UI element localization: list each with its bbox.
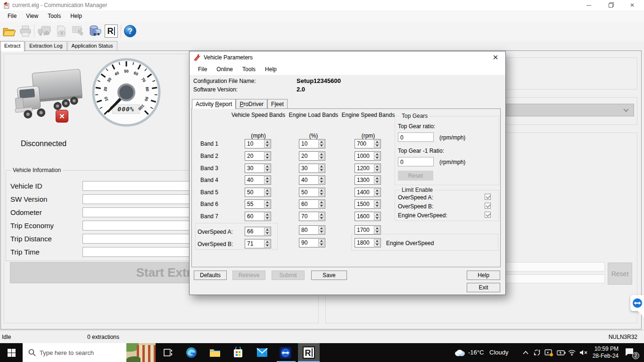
store-button[interactable] [232, 343, 244, 362]
band1-rpm-spinner[interactable]: 700 [355, 139, 381, 148]
band3-mph-spinner[interactable]: 30 [245, 164, 271, 173]
top-gear-ratio-field[interactable]: 0 [398, 132, 434, 142]
band5-mph-spinner[interactable]: 50 [245, 188, 271, 197]
register-tool-button[interactable]: R [105, 25, 118, 38]
tab-fleet[interactable]: Fleet [267, 99, 288, 108]
dialog-menu-online[interactable]: Online [212, 64, 238, 74]
limit-overspeed-b-checkbox[interactable] [485, 203, 491, 209]
menu-tools[interactable]: Tools [43, 11, 66, 21]
top-gear-ratio-label: Top Gear ratio: [398, 123, 435, 130]
weather-icon[interactable] [453, 343, 467, 362]
edge-taskbar-button[interactable] [186, 343, 197, 362]
tab-extraction-log[interactable]: Extraction Log [25, 41, 66, 51]
tab-extract[interactable]: Extract [0, 41, 25, 51]
dialog-help-button[interactable]: Help [467, 271, 500, 280]
start-button[interactable] [0, 343, 23, 362]
extract-data-button[interactable] [88, 24, 103, 39]
exit-button[interactable]: Exit [467, 283, 500, 292]
dialog-menu-tools[interactable]: Tools [238, 64, 260, 74]
reset-button[interactable]: Reset [608, 263, 632, 285]
band1-load-spinner[interactable]: 10 [299, 139, 325, 148]
status-extractions: 0 extractions [87, 334, 119, 340]
band2-load-spinner[interactable]: 20 [299, 151, 325, 161]
tray-battery-button[interactable] [555, 343, 567, 362]
sw-version-dialog-value: 2.0 [297, 86, 305, 93]
menu-view[interactable]: View [21, 11, 43, 21]
minimize-button[interactable] [578, 0, 600, 10]
load-band8-spinner[interactable]: 80 [299, 225, 325, 235]
band6-mph-spinner[interactable]: 55 [245, 199, 271, 209]
dialog-close-button[interactable]: ✕ [489, 52, 502, 63]
band2-mph-spinner[interactable]: 20 [245, 151, 271, 161]
tray-expand-button[interactable] [520, 343, 531, 362]
load-band9-spinner[interactable]: 90 [299, 238, 325, 247]
communication-manager-taskbar-button[interactable]: R [298, 343, 320, 362]
band3-rpm-spinner[interactable]: 1200 [355, 164, 381, 173]
notification-center-button[interactable]: 2 [622, 343, 638, 362]
band7-rpm-spinner[interactable]: 1600 [355, 212, 381, 221]
tray-wifi-button[interactable] [567, 343, 577, 362]
search-daily-image[interactable] [126, 343, 156, 362]
close-button[interactable]: ✕ [621, 0, 643, 10]
top-gear-1-ratio-field[interactable]: 0 [398, 157, 434, 166]
band7-load-spinner[interactable]: 70 [299, 212, 325, 221]
overspeed-b-spinner[interactable]: 71 [245, 239, 271, 248]
dialog-menu-help[interactable]: Help [260, 64, 281, 74]
table-tools-button[interactable] [71, 24, 86, 39]
retrieve-button[interactable]: Retrieve [232, 271, 265, 280]
rpm-band8-spinner[interactable]: 1700 [355, 225, 381, 235]
clock-date: 28-Feb-24 [587, 353, 619, 360]
weather-condition[interactable]: Cloudy [489, 349, 508, 356]
restore-button[interactable] [600, 0, 621, 10]
app-icon [3, 1, 10, 9]
tray-cast-button[interactable] [532, 343, 542, 362]
band4-mph-spinner[interactable]: 40 [245, 175, 271, 185]
top-gears-reset-button[interactable]: Reset [398, 171, 433, 181]
taskbar-clock[interactable]: 10:59 PM 28-Feb-24 [587, 346, 619, 360]
open-folder-button[interactable] [2, 24, 17, 39]
task-view-button[interactable] [160, 343, 176, 362]
band7-mph-spinner[interactable]: 60 [245, 212, 271, 221]
report-preview-button[interactable] [54, 24, 69, 39]
print-button[interactable] [18, 24, 33, 39]
submit-button[interactable]: Submit [272, 271, 305, 280]
engine-overspeed-spinner[interactable]: 1800 [355, 238, 381, 247]
teamviewer-popup[interactable] [630, 295, 644, 311]
band4-rpm-spinner[interactable]: 1300 [355, 175, 381, 185]
app-titlebar: current.elg - Communication Manager ✕ [0, 0, 644, 10]
tab-activity-report[interactable]: Activity Report [192, 99, 236, 109]
overspeed-b-label: OverSpeed B: [198, 241, 233, 247]
sw-version-dialog-label: Software Version: [193, 86, 238, 93]
database-truck-icon [88, 25, 102, 38]
band5-load-spinner[interactable]: 50 [299, 188, 325, 197]
vehicle-info-button[interactable]: i [37, 24, 52, 39]
limit-engine-overspeed-checkbox[interactable] [485, 212, 491, 218]
tab-application-status[interactable]: Application Status [67, 41, 117, 51]
cast-icon [533, 349, 541, 356]
defaults-button[interactable]: Defaults [194, 271, 227, 280]
band1-mph-spinner[interactable]: 10 [245, 139, 271, 148]
teamviewer-taskbar-icon [280, 347, 291, 359]
menu-file[interactable]: File [3, 11, 21, 21]
help-button[interactable]: ? [123, 24, 138, 39]
overspeed-a-spinner[interactable]: 66 [245, 227, 271, 236]
band5-rpm-spinner[interactable]: 1400 [355, 188, 381, 197]
limit-overspeed-a-checkbox[interactable] [485, 194, 491, 200]
teamviewer-taskbar-button[interactable] [279, 343, 291, 362]
screen-share-icon [545, 349, 553, 356]
save-button[interactable]: Save [311, 271, 347, 280]
band6-rpm-spinner[interactable]: 1500 [355, 199, 381, 209]
tab-prodriver[interactable]: ProDriver [236, 99, 267, 108]
band4-load-spinner[interactable]: 40 [299, 175, 325, 185]
band6-load-spinner[interactable]: 60 [299, 199, 325, 209]
tray-screen-button[interactable] [543, 343, 554, 362]
teamviewer-icon [632, 298, 643, 308]
band2-rpm-spinner[interactable]: 1000 [355, 151, 381, 161]
menu-help[interactable]: Help [66, 11, 87, 21]
taskbar-search[interactable]: Type here to search [23, 343, 156, 362]
file-explorer-button[interactable] [209, 343, 221, 362]
band3-load-spinner[interactable]: 30 [299, 164, 325, 173]
dialog-menu-file[interactable]: File [193, 64, 212, 74]
weather-temp[interactable]: -16°C [468, 349, 484, 356]
mail-button[interactable] [256, 343, 268, 362]
